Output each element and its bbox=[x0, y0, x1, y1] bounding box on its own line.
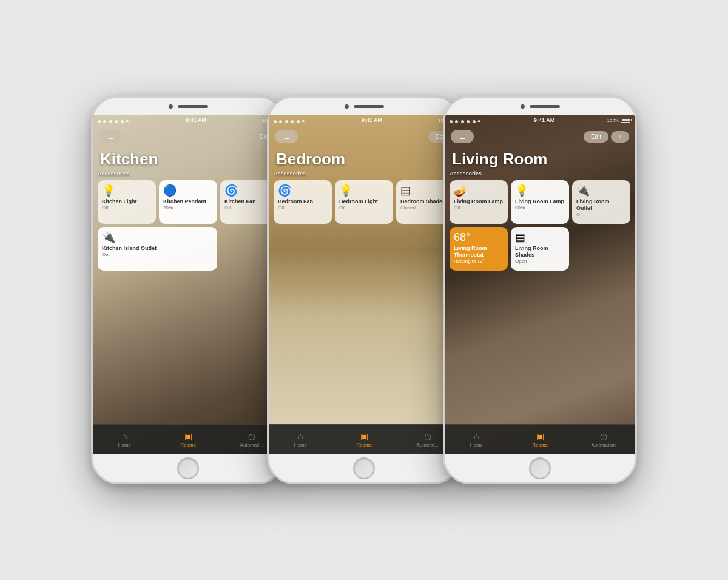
dot2 bbox=[455, 120, 458, 123]
tab-icon-home: ⌂ bbox=[474, 431, 479, 441]
tab-icon-rooms: ▣ bbox=[536, 431, 544, 441]
tile-icon-lr-lamp-on: 💡 bbox=[515, 185, 528, 196]
tile-lr-thermostat[interactable]: 68°Living Room ThermostatHeating to 72° bbox=[450, 227, 508, 271]
tile-name-bedroom-fan: Bedroom Fan bbox=[278, 198, 313, 205]
tile-lr-shades[interactable]: ▤Living Room ShadesOpen bbox=[511, 227, 569, 271]
battery-icon bbox=[621, 118, 630, 123]
accessories-grid: 🌀Bedroom FanOff💡Bedroom LightOff▤Bedroom… bbox=[274, 180, 454, 224]
screen-bedroom: ▲ 9:41 AM 10 ☰EditBedroomAccessories🌀Bed… bbox=[269, 115, 459, 454]
dot4 bbox=[291, 120, 294, 123]
toolbar-right: Edit+ bbox=[584, 131, 629, 143]
tile-icon-lr-thermostat: 68° bbox=[454, 232, 470, 243]
tile-icon-kitchen-outlet: 🔌 bbox=[102, 232, 115, 243]
signal-dots bbox=[274, 115, 300, 126]
tab-label-rooms: Rooms bbox=[532, 442, 547, 448]
iphone-kitchen: ▲ 9:41 AM 10 ☰EditKitchenAccessories💡Kit… bbox=[91, 96, 285, 484]
signal-dots bbox=[450, 115, 476, 126]
room-title: Living Room bbox=[452, 150, 547, 169]
accessories-section: Accessories💡Kitchen LightOff🔵Kitchen Pen… bbox=[93, 170, 283, 271]
tile-name-kitchen-light: Kitchen Light bbox=[102, 198, 137, 205]
tab-home[interactable]: ⌂Home bbox=[93, 431, 157, 448]
dot3 bbox=[461, 120, 464, 123]
tile-kitchen-light[interactable]: 💡Kitchen LightOff bbox=[98, 180, 156, 224]
add-button[interactable]: + bbox=[611, 131, 629, 143]
status-time: 9:41 AM bbox=[534, 117, 554, 123]
menu-button[interactable]: ☰ bbox=[99, 130, 122, 143]
tab-icon-automation: ◷ bbox=[248, 431, 255, 441]
accessories-label: Accessories bbox=[274, 170, 454, 177]
signal-dots bbox=[98, 115, 124, 126]
dot5 bbox=[473, 120, 476, 123]
tile-kitchen-outlet[interactable]: 🔌Kitchen Island OutletOn bbox=[98, 227, 217, 271]
room-title: Kitchen bbox=[100, 150, 158, 169]
status-bar: ▲ 9:41 AM 10 bbox=[93, 115, 283, 126]
plus-icon: + bbox=[618, 133, 622, 140]
tile-bedroom-light[interactable]: 💡Bedroom LightOff bbox=[335, 180, 393, 224]
tile-icon-lr-lamp-off: 🪔 bbox=[454, 185, 467, 196]
home-button[interactable] bbox=[353, 457, 375, 479]
speaker-grille bbox=[530, 105, 560, 108]
tab-icon-home: ⌂ bbox=[298, 431, 303, 441]
tab-rooms[interactable]: ▣Rooms bbox=[157, 431, 220, 448]
status-right: 100% bbox=[607, 118, 630, 123]
tab-rooms[interactable]: ▣Rooms bbox=[332, 431, 396, 448]
tile-name-lr-shades: Living Room Shades bbox=[515, 245, 565, 258]
iphone-bedroom: ▲ 9:41 AM 10 ☰EditBedroomAccessories🌀Bed… bbox=[267, 96, 461, 484]
tile-status-lr-shades: Open bbox=[515, 258, 527, 265]
tile-status-lr-thermostat: Heating to 72° bbox=[454, 258, 485, 265]
tab-home[interactable]: ⌂Home bbox=[269, 431, 332, 448]
tile-name-lr-lamp-on: Living Room Lamp bbox=[515, 198, 564, 205]
wifi-icon: ▲ bbox=[477, 118, 482, 123]
tile-name-bedroom-light: Bedroom Light bbox=[339, 198, 378, 205]
dot4 bbox=[467, 120, 470, 123]
list-icon: ☰ bbox=[282, 132, 291, 141]
tile-status-kitchen-pendant: 20% bbox=[163, 205, 173, 211]
tab-home[interactable]: ⌂Home bbox=[445, 431, 508, 448]
home-button[interactable] bbox=[177, 457, 199, 479]
toolbar: ☰Edit bbox=[93, 126, 283, 147]
home-button-area bbox=[269, 454, 459, 482]
menu-button[interactable]: ☰ bbox=[451, 130, 474, 143]
tab-automation[interactable]: ◷Automation bbox=[571, 431, 635, 448]
tile-icon-lr-outlet: 🔌 bbox=[576, 185, 590, 196]
tile-status-kitchen-light: Off bbox=[102, 205, 109, 211]
phones-container: ▲ 9:41 AM 10 ☰EditKitchenAccessories💡Kit… bbox=[79, 72, 649, 508]
tile-lr-lamp-off[interactable]: 🪔Living Room LampOff bbox=[450, 180, 508, 224]
tile-icon-kitchen-fan: 🌀 bbox=[224, 185, 238, 196]
status-time: 9:41 AM bbox=[362, 117, 382, 123]
tile-lr-outlet[interactable]: 🔌Living Room OutletOff bbox=[572, 180, 630, 224]
speaker-grille bbox=[178, 105, 208, 108]
tab-bar: ⌂Home▣Rooms◷Automation bbox=[445, 424, 635, 454]
tile-kitchen-pendant[interactable]: 🔵Kitchen Pendant20% bbox=[159, 180, 217, 224]
tab-rooms[interactable]: ▣Rooms bbox=[508, 431, 572, 448]
list-icon: ☰ bbox=[106, 132, 115, 141]
wifi-icon: ▲ bbox=[125, 118, 130, 123]
tile-name-bedroom-shades: Bedroom Shades bbox=[400, 198, 445, 205]
dot4 bbox=[115, 120, 118, 123]
tile-lr-lamp-on[interactable]: 💡Living Room Lamp60% bbox=[511, 180, 569, 224]
battery-fill bbox=[622, 119, 630, 121]
tile-bedroom-fan[interactable]: 🌀Bedroom FanOff bbox=[274, 180, 332, 224]
screen-kitchen: ▲ 9:41 AM 10 ☰EditKitchenAccessories💡Kit… bbox=[93, 115, 283, 454]
speaker-grille bbox=[354, 105, 384, 108]
tile-status-bedroom-shades: Closed bbox=[400, 205, 416, 211]
tab-label-automation: Automati... bbox=[240, 442, 263, 448]
status-left: ▲ bbox=[450, 115, 482, 126]
tile-status-kitchen-fan: Off bbox=[224, 205, 231, 211]
tile-icon-bedroom-light: 💡 bbox=[339, 185, 352, 196]
tile-name-lr-lamp-off: Living Room Lamp bbox=[454, 198, 503, 205]
toolbar: ☰Edit+ bbox=[445, 126, 635, 147]
home-button-area bbox=[93, 454, 283, 482]
tile-name-kitchen-fan: Kitchen Fan bbox=[224, 198, 256, 205]
tile-status-lr-lamp-off: Off bbox=[454, 205, 460, 211]
tab-bar: ⌂Home▣Rooms◷Automati... bbox=[93, 424, 283, 454]
tab-icon-automation: ◷ bbox=[600, 431, 607, 441]
tile-name-kitchen-pendant: Kitchen Pendant bbox=[163, 198, 206, 205]
tab-bar: ⌂Home▣Rooms◷Automat... bbox=[269, 424, 459, 454]
tile-name-lr-outlet: Living Room Outlet bbox=[576, 198, 626, 212]
home-button[interactable] bbox=[529, 457, 551, 479]
menu-button[interactable]: ☰ bbox=[275, 130, 298, 143]
tab-label-home: Home bbox=[470, 442, 483, 448]
camera-dot bbox=[345, 104, 349, 109]
edit-button[interactable]: Edit bbox=[584, 131, 608, 143]
